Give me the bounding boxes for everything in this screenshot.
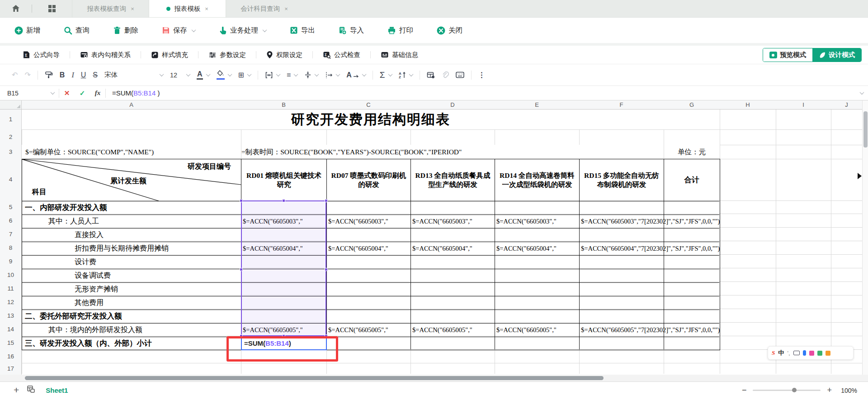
column-header-e[interactable]: E [495,100,579,110]
emoji-icon[interactable] [809,351,814,356]
cell-a12[interactable]: 其他费用 [22,296,241,310]
redo-button[interactable]: ↷ [24,71,30,79]
undo-button[interactable]: ↶ [12,71,18,79]
keyboard-shortcuts-button[interactable] [456,71,464,78]
cell-a11[interactable]: 无形资产摊销 [22,282,241,296]
header-cell-c4[interactable]: RD07 喷墨式数码印刷机的研发 [327,159,410,201]
input-method-toolbar[interactable]: S 中 ’, [768,346,854,360]
basic-info-button[interactable]: 基础信息 [371,51,428,59]
close-icon[interactable]: × [205,5,208,12]
format-painter-button[interactable] [45,71,53,79]
report-title[interactable]: 研究开发费用结构明细表 [22,110,720,129]
selection-handle[interactable] [240,268,243,271]
column-header-c[interactable]: C [326,100,410,110]
delete-button[interactable]: 删除 [113,26,138,35]
cell-a3[interactable]: $=编制单位：SOURCE("COMP","NAME") [25,145,238,159]
vertical-align-button[interactable] [304,71,318,79]
confirm-edit-button[interactable]: ✓ [75,89,90,97]
select-all-corner[interactable] [0,100,22,110]
column-header-j[interactable]: J [831,100,862,110]
row-header-4[interactable]: 4 [0,159,21,200]
settings-wrench-icon[interactable] [826,351,830,356]
zoom-slider-thumb[interactable] [792,388,797,392]
formula-input[interactable]: =SUM(B5:B14 ) [112,89,160,97]
header-cell-f4[interactable]: RD15 多功能全自动无纺布制袋机的研发 [580,159,664,201]
horizontal-align-button[interactable]: ≡ [287,71,297,79]
row-header-10[interactable]: 10 [0,268,21,282]
cell-e8[interactable]: $=ACCN("6605004"," [495,242,579,255]
header-cell-b4[interactable]: RD01 熔喷机组关键技术研究 [241,159,326,201]
tab-report-template-query[interactable]: 报表模板查询 × [72,0,149,17]
bold-button[interactable]: B [60,71,65,79]
row-header-6[interactable]: 6 [0,214,21,228]
row-header-5[interactable]: 5 [0,200,21,214]
cell-f6[interactable]: $=ACCN("6605003","7[202302]","SJ","JFS",… [580,214,720,228]
keyboard-icon[interactable] [793,351,800,355]
column-header-d[interactable]: D [410,100,495,110]
row-header-14[interactable]: 14 [0,323,21,336]
print-button[interactable]: 打印 [387,26,413,35]
cancel-edit-button[interactable]: ✕ [59,89,75,97]
intra-table-relation-button[interactable]: 表内勾稽关系 [70,51,141,59]
protect-table-button[interactable] [427,71,435,79]
punctuation-icon[interactable]: ’, [787,350,790,357]
sum-button[interactable]: Σ [380,70,392,80]
column-header-h[interactable]: H [720,100,776,110]
cell-a6[interactable]: 其中：人员人工 [22,214,241,228]
header-cell-d4[interactable]: RD13 全自动纸质餐具成型生产线的研发 [411,159,495,201]
selection-handle[interactable] [282,199,285,202]
column-header-f[interactable]: F [579,100,664,110]
style-fill-button[interactable]: 样式填充 [141,51,198,59]
vertical-scrollbar[interactable] [862,100,868,375]
cell-f8[interactable]: $=ACCN("6605004","7[202302]","SJ","JFS",… [580,242,720,255]
cell-e6[interactable]: $=ACCN("6605003"," [495,214,579,228]
cell-c6[interactable]: $=ACCN("6605003"," [327,214,410,228]
formula-wizard-button[interactable]: Σ 公式向导 [13,51,70,59]
sheet-tab-sheet1[interactable]: Sheet1 [46,386,68,394]
fill-color-button[interactable] [217,70,231,80]
cell-e14[interactable]: $=ACCN("6605005"," [495,323,579,337]
close-icon[interactable]: × [131,5,134,12]
row-header-16[interactable]: 16 [0,350,21,363]
selection-handle[interactable] [240,199,243,202]
column-header-g[interactable]: G [664,100,720,110]
insert-function-button[interactable]: fx [90,89,105,97]
collapse-formula-bar-icon[interactable] [860,90,864,95]
cell-c14[interactable]: $=ACCN("6605005"," [327,323,410,337]
row-header-7[interactable]: 7 [0,228,21,241]
permission-setting-button[interactable]: 权限设定 [256,51,312,59]
vertical-scrollbar-thumb[interactable] [863,111,868,148]
selection-handle[interactable] [325,199,328,202]
strikethrough-button[interactable]: S [93,71,98,79]
cell-f14[interactable]: $=ACCN("6605005","7[202302]","SJ","JFS",… [580,323,720,337]
text-indent-button[interactable] [325,71,340,79]
cell-d14[interactable]: $=ACCN("6605005"," [411,323,495,337]
selection-range-b5-b14[interactable] [241,200,326,336]
row-header-9[interactable]: 9 [0,255,21,268]
attachment-button[interactable] [442,71,449,79]
zoom-out-button[interactable]: − [742,386,747,395]
preview-mode-button[interactable]: 预览模式 [763,48,812,62]
parameter-setting-button[interactable]: 参数设定 [198,51,256,59]
add-sheet-button[interactable]: + [14,385,19,395]
cell-a7[interactable]: 直接投入 [22,228,241,242]
cell-g3[interactable]: 单位：元 [664,145,720,159]
cell-a14[interactable]: 其中：境内的外部研发投入额 [22,323,241,337]
column-header-i[interactable]: I [776,100,831,110]
query-button[interactable]: 查询 [64,26,90,35]
borders-button[interactable]: ⊞ [238,71,251,79]
row-header-1[interactable]: 1 [0,110,21,129]
zoom-percentage[interactable]: 100% [838,387,857,394]
font-size-select[interactable]: 12 [170,71,190,79]
zoom-slider[interactable] [753,390,821,391]
selection-handle[interactable] [325,268,328,271]
tab-account-subject-query[interactable]: 会计科目查询 × [226,0,302,17]
underline-button[interactable]: U [81,71,86,79]
row-header-12[interactable]: 12 [0,295,21,309]
microphone-icon[interactable] [803,350,806,356]
close-icon[interactable]: × [284,5,288,12]
merge-cells-button[interactable] [265,71,280,79]
sort-button[interactable]: A Z [399,71,413,79]
row-header-17[interactable]: 17 [0,363,21,374]
row-header-2[interactable]: 2 [0,129,21,145]
